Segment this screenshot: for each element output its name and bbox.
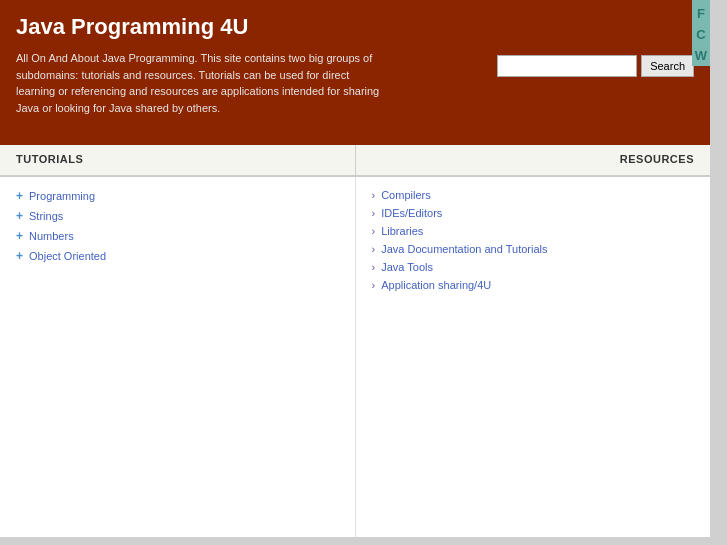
bullet-plus-icon: + [16, 249, 23, 263]
list-item: + Programming [16, 189, 339, 203]
site-description: All On And About Java Programming. This … [16, 50, 386, 116]
list-item: › IDEs/Editors [372, 207, 695, 219]
tutorial-link-strings[interactable]: Strings [29, 210, 63, 222]
bullet-arrow-icon: › [372, 225, 376, 237]
bullet-plus-icon: + [16, 209, 23, 223]
sidebar-letter-c: C [696, 25, 705, 46]
tutorial-link-numbers[interactable]: Numbers [29, 230, 74, 242]
bullet-plus-icon: + [16, 229, 23, 243]
list-item: › Application sharing/4U [372, 279, 695, 291]
site-title: Java Programming 4U [16, 14, 694, 40]
list-item: + Strings [16, 209, 339, 223]
search-button[interactable]: Search [641, 55, 694, 77]
sidebar-letter-w: W [695, 46, 707, 67]
search-input[interactable] [497, 55, 637, 77]
bullet-arrow-icon: › [372, 279, 376, 291]
tutorials-section: + Programming + Strings + Numbers + Obje… [0, 177, 356, 537]
tutorial-link-programming[interactable]: Programming [29, 190, 95, 202]
header: Java Programming 4U All On And About Jav… [0, 0, 710, 145]
resource-link-ides[interactable]: IDEs/Editors [381, 207, 442, 219]
main-content: + Programming + Strings + Numbers + Obje… [0, 177, 710, 537]
bullet-arrow-icon: › [372, 189, 376, 201]
resources-list: › Compilers › IDEs/Editors › Libraries ›… [372, 189, 695, 291]
bullet-arrow-icon: › [372, 207, 376, 219]
bullet-plus-icon: + [16, 189, 23, 203]
resource-link-sharing[interactable]: Application sharing/4U [381, 279, 491, 291]
resource-link-libraries[interactable]: Libraries [381, 225, 423, 237]
search-area: Search [497, 55, 694, 77]
tutorial-link-oo[interactable]: Object Oriented [29, 250, 106, 262]
resource-link-tools[interactable]: Java Tools [381, 261, 433, 273]
list-item: + Object Oriented [16, 249, 339, 263]
list-item: › Libraries [372, 225, 695, 237]
list-item: › Compilers [372, 189, 695, 201]
list-item: › Java Documentation and Tutorials [372, 243, 695, 255]
app-wrapper: Java Programming 4U All On And About Jav… [0, 0, 710, 537]
sidebar-letter-f: F [697, 4, 705, 25]
resource-link-docs[interactable]: Java Documentation and Tutorials [381, 243, 547, 255]
list-item: › Java Tools [372, 261, 695, 273]
tutorials-nav: TUTORIALS [0, 145, 356, 175]
resources-section: › Compilers › IDEs/Editors › Libraries ›… [356, 177, 711, 537]
bullet-arrow-icon: › [372, 261, 376, 273]
resource-link-compilers[interactable]: Compilers [381, 189, 431, 201]
nav-bar: TUTORIALS RESOURCES [0, 145, 710, 177]
tutorials-list: + Programming + Strings + Numbers + Obje… [16, 189, 339, 263]
resources-nav: RESOURCES [356, 145, 711, 175]
right-sidebar: F C W [692, 0, 710, 66]
list-item: + Numbers [16, 229, 339, 243]
bullet-arrow-icon: › [372, 243, 376, 255]
